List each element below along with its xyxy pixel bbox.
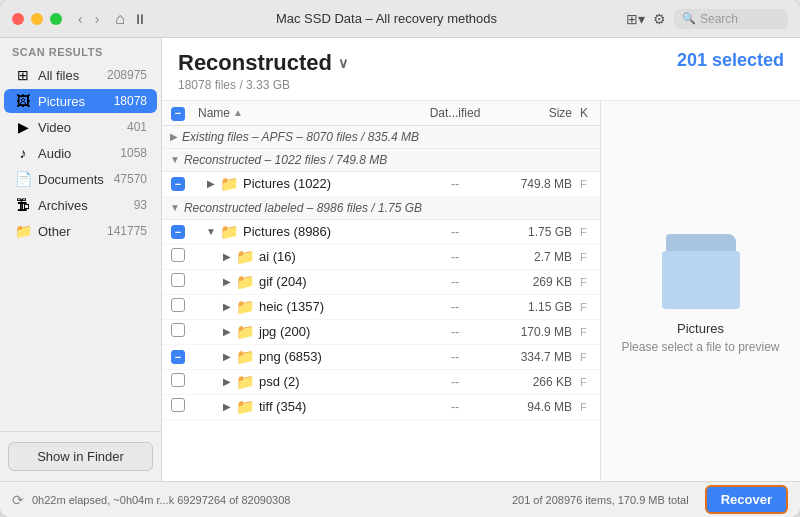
sidebar-item-audio[interactable]: ♪ Audio 1058 xyxy=(4,141,157,165)
file-row-pictures-8986[interactable]: − ▼ 📁 Pictures (8986) -- 1.75 GB F xyxy=(162,220,600,245)
content-title[interactable]: Reconstructed ∨ xyxy=(178,50,348,76)
file-row-png[interactable]: − ▶ 📁 png (6853) -- 334.7 MB F xyxy=(162,345,600,370)
progress-icon: ⟳ xyxy=(12,492,24,508)
group-row-reconstructed-labeled[interactable]: ▼ Reconstructed labeled – 8986 files / 1… xyxy=(162,197,600,220)
checkbox-cell[interactable] xyxy=(162,398,194,415)
date-column-header[interactable]: Dat...ified xyxy=(410,106,500,120)
row-checkbox[interactable]: − xyxy=(171,225,185,239)
row-checkbox[interactable] xyxy=(171,323,185,337)
name-cell: ▶ 📁 png (6853) xyxy=(194,348,410,366)
size-cell: 269 KB xyxy=(500,275,580,289)
group-label: Existing files – APFS – 8070 files / 835… xyxy=(182,130,419,144)
window-title: Mac SSD Data – All recovery methods xyxy=(147,11,626,26)
video-icon: ▶ xyxy=(14,119,32,135)
row-expand-icon[interactable]: ▶ xyxy=(218,376,236,387)
main-content: Scan results ⊞ All files 208975 🖼 Pictur… xyxy=(0,38,800,481)
minimize-button[interactable] xyxy=(31,13,43,25)
checkbox-cell[interactable] xyxy=(162,323,194,340)
nav-buttons: ‹ › xyxy=(74,9,103,29)
maximize-button[interactable] xyxy=(50,13,62,25)
file-row-jpg[interactable]: ▶ 📁 jpg (200) -- 170.9 MB F xyxy=(162,320,600,345)
file-name: png (6853) xyxy=(259,349,322,364)
name-column-header[interactable]: Name ▲ xyxy=(194,106,410,120)
checkbox-cell[interactable]: − xyxy=(162,176,194,192)
row-expand-icon[interactable]: ▼ xyxy=(202,226,220,237)
file-name: Pictures (8986) xyxy=(243,224,331,239)
size-column-header[interactable]: Size xyxy=(500,106,580,120)
sidebar-item-archives[interactable]: 🗜 Archives 93 xyxy=(4,193,157,217)
checkbox-cell[interactable] xyxy=(162,248,194,265)
sidebar-item-video[interactable]: ▶ Video 401 xyxy=(4,115,157,139)
home-button[interactable]: ⌂ xyxy=(115,10,125,28)
sidebar-item-pictures[interactable]: 🖼 Pictures 18078 xyxy=(4,89,157,113)
row-expand-icon[interactable]: ▶ xyxy=(218,251,236,262)
search-icon: 🔍 xyxy=(682,12,696,25)
sidebar-footer: Show in Finder xyxy=(0,431,161,481)
k-cell: F xyxy=(580,301,600,313)
folder-icon: 📁 xyxy=(220,223,239,241)
name-cell: ▶ 📁 tiff (354) xyxy=(194,398,410,416)
row-expand-icon[interactable]: ▶ xyxy=(202,178,220,189)
recover-button[interactable]: Recover xyxy=(705,485,788,514)
sidebar-item-count: 141775 xyxy=(107,224,147,238)
size-cell: 266 KB xyxy=(500,375,580,389)
row-checkbox[interactable] xyxy=(171,298,185,312)
sidebar-item-count: 18078 xyxy=(114,94,147,108)
pause-button[interactable]: ⏸ xyxy=(133,11,147,27)
file-row-ai[interactable]: ▶ 📁 ai (16) -- 2.7 MB F xyxy=(162,245,600,270)
row-checkbox[interactable] xyxy=(171,398,185,412)
file-name: heic (1357) xyxy=(259,299,324,314)
checkbox-cell[interactable] xyxy=(162,373,194,390)
row-expand-icon[interactable]: ▶ xyxy=(218,301,236,312)
k-cell: F xyxy=(580,226,600,238)
k-cell: F xyxy=(580,326,600,338)
sidebar-item-documents[interactable]: 📄 Documents 47570 xyxy=(4,167,157,191)
checkbox-cell[interactable] xyxy=(162,273,194,290)
forward-button[interactable]: › xyxy=(91,9,104,29)
row-expand-icon[interactable]: ▶ xyxy=(218,326,236,337)
file-row-tiff[interactable]: ▶ 📁 tiff (354) -- 94.6 MB F xyxy=(162,395,600,420)
sidebar-item-count: 401 xyxy=(127,120,147,134)
file-tree: − Name ▲ Dat...ified Size K ▶ xyxy=(162,101,600,481)
row-checkbox[interactable]: − xyxy=(171,177,185,191)
file-name: psd (2) xyxy=(259,374,299,389)
checkbox-cell[interactable]: − xyxy=(162,224,194,240)
checkbox-cell[interactable]: − xyxy=(162,349,194,365)
file-row-psd[interactable]: ▶ 📁 psd (2) -- 266 KB F xyxy=(162,370,600,395)
row-checkbox[interactable]: − xyxy=(171,350,185,364)
search-box[interactable]: 🔍 xyxy=(674,9,788,29)
folder-preview-front xyxy=(662,251,740,309)
status-elapsed: 0h22m elapsed, ~0h04m r...k 69297264 of … xyxy=(32,494,504,506)
file-row-pictures-1022[interactable]: − ▶ 📁 Pictures (1022) -- 749.8 MB F xyxy=(162,172,600,197)
table-header: − Name ▲ Dat...ified Size K xyxy=(162,101,600,126)
date-cell: -- xyxy=(410,225,500,239)
pictures-icon: 🖼 xyxy=(14,93,32,109)
close-button[interactable] xyxy=(12,13,24,25)
row-checkbox[interactable] xyxy=(171,373,185,387)
content-title-section: Reconstructed ∨ 18078 files / 3.33 GB xyxy=(178,50,348,92)
date-cell: -- xyxy=(410,177,500,191)
file-row-gif[interactable]: ▶ 📁 gif (204) -- 269 KB F xyxy=(162,270,600,295)
filter-button[interactable]: ⚙ xyxy=(653,11,666,27)
sidebar-item-all-files[interactable]: ⊞ All files 208975 xyxy=(4,63,157,87)
show-in-finder-button[interactable]: Show in Finder xyxy=(8,442,153,471)
row-expand-icon[interactable]: ▶ xyxy=(218,351,236,362)
search-input[interactable] xyxy=(700,12,780,26)
row-expand-icon[interactable]: ▶ xyxy=(218,276,236,287)
checkbox-cell[interactable] xyxy=(162,298,194,315)
select-all-checkbox[interactable]: − xyxy=(171,107,185,121)
sidebar-item-label: Other xyxy=(38,224,101,239)
row-checkbox[interactable] xyxy=(171,273,185,287)
folder-icon: 📁 xyxy=(236,398,255,416)
row-expand-icon[interactable]: ▶ xyxy=(218,401,236,412)
group-row-existing-apfs[interactable]: ▶ Existing files – APFS – 8070 files / 8… xyxy=(162,126,600,149)
file-name: Pictures (1022) xyxy=(243,176,331,191)
titlebar: ‹ › ⌂ ⏸ Mac SSD Data – All recovery meth… xyxy=(0,0,800,38)
group-row-reconstructed[interactable]: ▼ Reconstructed – 1022 files / 749.8 MB xyxy=(162,149,600,172)
file-row-heic[interactable]: ▶ 📁 heic (1357) -- 1.15 GB F xyxy=(162,295,600,320)
back-button[interactable]: ‹ xyxy=(74,9,87,29)
sidebar-item-other[interactable]: 📁 Other 141775 xyxy=(4,219,157,243)
name-cell: ▶ 📁 gif (204) xyxy=(194,273,410,291)
view-toggle-button[interactable]: ⊞▾ xyxy=(626,11,645,27)
row-checkbox[interactable] xyxy=(171,248,185,262)
